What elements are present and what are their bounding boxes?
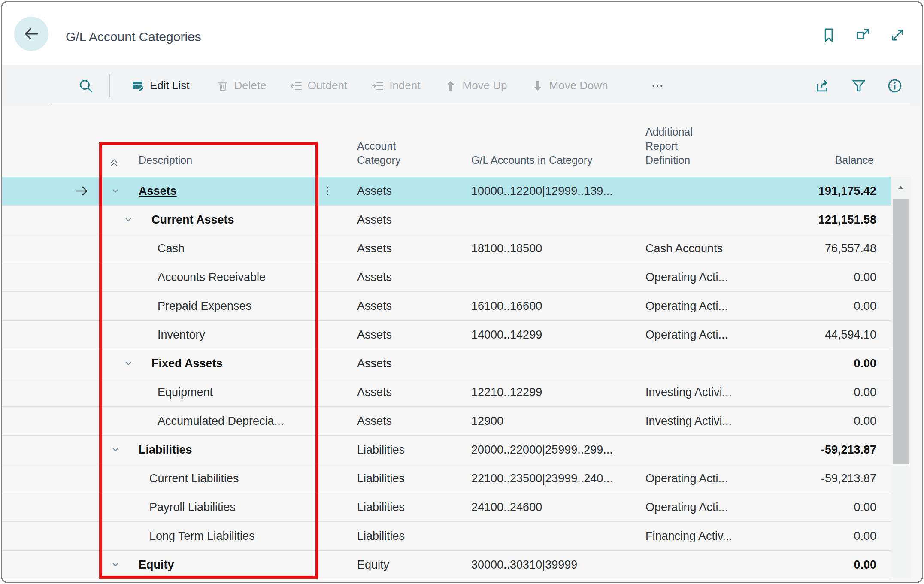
move-down-button[interactable]: Move Down: [531, 79, 608, 92]
report-definition-cell[interactable]: Investing Activi...: [637, 386, 770, 399]
table-row-current-assets[interactable]: Current Assets Assets 121,151.58: [2, 206, 891, 234]
table-row-fixed-assets[interactable]: Fixed Assets Assets 0.00: [2, 349, 891, 378]
account-category-cell[interactable]: Assets: [341, 271, 464, 284]
chevron-down-icon[interactable]: [123, 214, 151, 225]
back-button[interactable]: [14, 17, 48, 51]
gl-accounts-cell[interactable]: 12210..12299: [464, 386, 637, 399]
balance-cell[interactable]: 0.00: [770, 271, 876, 284]
column-header-balance[interactable]: Balance: [835, 153, 874, 167]
account-category-cell[interactable]: Assets: [341, 185, 464, 198]
account-category-cell[interactable]: Assets: [341, 300, 464, 313]
table-row-equipment[interactable]: Equipment Assets 12210..12299 Investing …: [2, 378, 891, 407]
table-row-prepaid-expenses[interactable]: Prepaid Expenses Assets 16100..16600 Ope…: [2, 292, 891, 321]
edit-list-button[interactable]: Edit List: [132, 79, 190, 92]
chevron-down-icon[interactable]: [110, 444, 139, 455]
table-row-assets[interactable]: Assets Assets 10000..12200|12999..139...…: [2, 177, 891, 206]
expand-fullscreen-icon[interactable]: [889, 27, 906, 43]
account-category-cell[interactable]: Liabilities: [341, 472, 464, 485]
balance-cell[interactable]: 76,557.48: [770, 242, 876, 255]
chevron-down-icon[interactable]: [123, 358, 151, 369]
balance-cell[interactable]: 0.00: [770, 558, 876, 572]
table-row-inventory[interactable]: Inventory Assets 14000..14299 Operating …: [2, 321, 891, 349]
account-category-cell[interactable]: Assets: [341, 328, 464, 342]
balance-cell[interactable]: 0.00: [770, 415, 876, 428]
bookmark-icon[interactable]: [821, 27, 837, 43]
gl-accounts-cell[interactable]: 20000..22000|25999..299...: [464, 443, 637, 457]
table-row-payroll-liabilities[interactable]: Payroll Liabilities Liabilities 24100..2…: [2, 493, 891, 522]
table-row-equity[interactable]: Equity Equity 30000..30310|39999 0.00: [2, 551, 891, 579]
move-up-button[interactable]: Move Up: [444, 79, 507, 92]
open-new-window-icon[interactable]: [855, 27, 871, 43]
balance-cell[interactable]: 121,151.58: [770, 213, 876, 227]
account-category-cell[interactable]: Equity: [341, 558, 464, 572]
report-definition-cell[interactable]: Operating Acti...: [637, 271, 770, 284]
table-row-current-liabilities[interactable]: Current Liabilities Liabilities 22100..2…: [2, 464, 891, 493]
delete-button[interactable]: Delete: [216, 79, 267, 92]
vertical-scrollbar[interactable]: [891, 177, 911, 578]
gl-accounts-cell[interactable]: 18100..18500: [464, 242, 637, 255]
indent-button[interactable]: Indent: [371, 79, 420, 92]
description-text[interactable]: Accumulated Deprecia...: [158, 415, 284, 428]
balance-cell[interactable]: 44,594.10: [770, 328, 876, 342]
description-text[interactable]: Long Term Liabilities: [149, 530, 255, 543]
balance-cell[interactable]: 191,175.42: [770, 185, 876, 198]
description-text[interactable]: Liabilities: [139, 443, 192, 457]
column-header-description[interactable]: Description: [139, 153, 192, 167]
description-text[interactable]: Payroll Liabilities: [149, 501, 236, 514]
description-text[interactable]: Cash: [158, 242, 185, 255]
row-kebab-menu[interactable]: [322, 185, 341, 197]
gl-accounts-cell[interactable]: 16100..16600: [464, 300, 637, 313]
account-category-cell[interactable]: Assets: [341, 415, 464, 428]
report-definition-cell[interactable]: Operating Acti...: [637, 472, 770, 485]
report-definition-cell[interactable]: Operating Acti...: [637, 501, 770, 514]
report-definition-cell[interactable]: Operating Acti...: [637, 300, 770, 313]
filter-icon[interactable]: [851, 78, 867, 94]
collapse-all-icon[interactable]: [108, 156, 120, 168]
account-category-cell[interactable]: Assets: [341, 386, 464, 399]
chevron-down-icon[interactable]: [110, 185, 139, 197]
table-row-long-term-liabilities[interactable]: Long Term Liabilities Liabilities Financ…: [2, 522, 891, 551]
description-text[interactable]: Equipment: [158, 386, 213, 399]
report-definition-cell[interactable]: Operating Acti...: [637, 328, 770, 342]
description-link[interactable]: Assets: [139, 185, 177, 198]
column-header-gl-accounts[interactable]: G/L Accounts in Category: [471, 153, 593, 167]
table-row-cash[interactable]: Cash Assets 18100..18500 Cash Accounts 7…: [2, 234, 891, 263]
description-text[interactable]: Fixed Assets: [151, 357, 223, 370]
gl-accounts-cell[interactable]: 24100..24600: [464, 501, 637, 514]
search-icon[interactable]: [78, 78, 94, 94]
description-text[interactable]: Prepaid Expenses: [158, 300, 251, 313]
balance-cell[interactable]: 0.00: [770, 357, 876, 370]
gl-accounts-cell[interactable]: 10000..12200|12999..139...: [464, 185, 637, 198]
gl-accounts-cell[interactable]: 22100..23500|23999..240...: [464, 472, 637, 485]
account-category-cell[interactable]: Assets: [341, 242, 464, 255]
report-definition-cell[interactable]: Investing Activi...: [637, 415, 770, 428]
balance-cell[interactable]: -59,213.87: [770, 443, 876, 457]
description-text[interactable]: Inventory: [158, 328, 205, 342]
report-definition-cell[interactable]: Financing Activ...: [637, 530, 770, 543]
gl-accounts-cell[interactable]: 30000..30310|39999: [464, 558, 637, 572]
gl-accounts-cell[interactable]: 12900: [464, 415, 637, 428]
gl-accounts-cell[interactable]: 14000..14299: [464, 328, 637, 342]
table-row-accumulated-depreciation[interactable]: Accumulated Deprecia... Assets 12900 Inv…: [2, 407, 891, 436]
balance-cell[interactable]: -59,213.87: [770, 472, 876, 485]
chevron-down-icon[interactable]: [110, 559, 139, 570]
description-text[interactable]: Current Liabilities: [149, 472, 239, 485]
account-category-cell[interactable]: Assets: [341, 213, 464, 227]
account-category-cell[interactable]: Assets: [341, 357, 464, 370]
description-text[interactable]: Equity: [139, 558, 174, 572]
report-definition-cell[interactable]: Cash Accounts: [637, 242, 770, 255]
balance-cell[interactable]: 0.00: [770, 530, 876, 543]
account-category-cell[interactable]: Liabilities: [341, 501, 464, 514]
table-row-accounts-receivable[interactable]: Accounts Receivable Assets Operating Act…: [2, 263, 891, 292]
info-icon[interactable]: [887, 78, 903, 94]
scroll-up-arrow-icon[interactable]: [891, 179, 911, 197]
balance-cell[interactable]: 0.00: [770, 386, 876, 399]
table-row-liabilities[interactable]: Liabilities Liabilities 20000..22000|259…: [2, 436, 891, 464]
share-icon[interactable]: [815, 78, 831, 94]
description-text[interactable]: Accounts Receivable: [158, 271, 266, 284]
account-category-cell[interactable]: Liabilities: [341, 443, 464, 457]
outdent-button[interactable]: Outdent: [290, 79, 348, 92]
column-header-account-category[interactable]: Account Category: [357, 139, 400, 167]
scrollbar-thumb[interactable]: [893, 199, 909, 464]
account-category-cell[interactable]: Liabilities: [341, 530, 464, 543]
